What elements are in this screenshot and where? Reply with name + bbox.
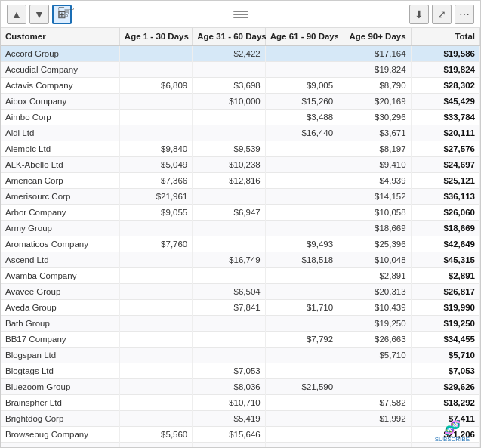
cell-value: $7,841 (193, 300, 265, 316)
cell-value (119, 221, 192, 236)
table-row: Actavis Company$6,809$3,698$9,005$8,790$… (1, 78, 480, 94)
cell-value: $33,784 (411, 110, 479, 125)
cell-value: $18,292 (411, 395, 479, 411)
cell-customer: Arbor Company (1, 205, 119, 221)
cell-value: $28,302 (411, 78, 479, 94)
cell-value: $10,000 (193, 94, 265, 110)
subscribe-badge[interactable]: 🧬 SUBSCRIBE (435, 419, 470, 443)
table-row: Aimbo Corp$3,488$30,296$33,784 (1, 110, 480, 125)
cell-value: $6,504 (193, 284, 265, 300)
cell-value: $10,710 (193, 395, 265, 411)
cell-value: $36,113 (411, 189, 479, 205)
cell-value (119, 348, 192, 363)
table-header: Customer Age 1 - 30 Days Age 31 - 60 Day… (1, 28, 480, 45)
cell-value (193, 189, 265, 205)
cell-value: $18,669 (338, 221, 411, 236)
table-wrapper[interactable]: Customer Age 1 - 30 Days Age 31 - 60 Day… (1, 28, 480, 447)
sort-down-button[interactable]: ▼ (29, 5, 49, 24)
cell-customer: Brightdog Corp (1, 411, 119, 427)
cell-customer: Ascend Ltd (1, 252, 119, 268)
cell-customer: Browsebine Corp (1, 443, 119, 448)
drag-handle[interactable] (233, 11, 248, 18)
table-row: ALK-Abello Ltd$5,049$10,238$9,410$24,697 (1, 157, 480, 173)
cell-value: $18,518 (265, 252, 338, 268)
cell-value: $19,990 (411, 300, 479, 316)
cell-customer: ALK-Abello Ltd (1, 157, 119, 173)
sort-up-button[interactable]: ▲ (7, 5, 26, 24)
cell-value (338, 379, 411, 395)
cell-value: $21,590 (265, 379, 338, 395)
table-row: American Corp$7,366$12,816$4,939$25,121 (1, 173, 480, 189)
cell-value: $29,626 (411, 379, 479, 395)
cell-value (193, 125, 265, 141)
cell-value (119, 316, 192, 332)
cell-customer: Avavee Group (1, 284, 119, 300)
cell-value: $19,250 (338, 316, 411, 332)
cell-value: $6,656 (193, 443, 265, 448)
cell-customer: Bath Group (1, 316, 119, 332)
header-row: Customer Age 1 - 30 Days Age 31 - 60 Day… (1, 28, 480, 45)
cell-value: $26,817 (411, 284, 479, 300)
cell-value (193, 110, 265, 125)
cell-value: $6,947 (193, 205, 265, 221)
cell-value: $10,048 (338, 252, 411, 268)
cell-value (265, 395, 338, 411)
cell-value: $5,710 (338, 348, 411, 363)
cell-customer: Aromaticos Company (1, 236, 119, 252)
cell-value: $19,824 (338, 62, 411, 78)
table-row: Accord Group$2,422$17,164$19,586 (1, 45, 480, 62)
cell-value (119, 45, 192, 62)
cell-customer: Aibox Company (1, 94, 119, 110)
cell-value: $19,586 (411, 45, 479, 62)
cell-value: $5,049 (119, 157, 192, 173)
cell-value: $21,961 (119, 189, 192, 205)
cell-value (193, 268, 265, 284)
cell-value (265, 284, 338, 300)
cell-value: $26,060 (411, 205, 479, 221)
cell-value: $3,488 (265, 110, 338, 125)
cell-value: $20,313 (338, 284, 411, 300)
cell-value: $5,710 (411, 348, 479, 363)
cell-value (119, 300, 192, 316)
cell-value (265, 221, 338, 236)
cell-value (265, 45, 338, 62)
cell-value (119, 363, 192, 379)
table-row: Browsebine Corp$6,656$10,188$16,844 (1, 443, 480, 448)
cell-customer: Aimbo Corp (1, 110, 119, 125)
cell-value: $7,366 (119, 173, 192, 189)
cell-value (119, 94, 192, 110)
expand-button[interactable]: ⤢ (432, 5, 452, 24)
cell-value: $15,260 (265, 94, 338, 110)
cell-value: $3,698 (193, 78, 265, 94)
col-header-age2: Age 31 - 60 Days (193, 28, 265, 45)
cell-value: $2,891 (338, 268, 411, 284)
aging-table: Customer Age 1 - 30 Days Age 31 - 60 Day… (1, 28, 480, 447)
cell-value: $16,440 (265, 125, 338, 141)
table-row: Browsebug Company$5,560$15,646$21,206 (1, 427, 480, 443)
ellipsis-button[interactable]: ⋯ (455, 5, 474, 24)
cell-value: $45,429 (411, 94, 479, 110)
cell-value (265, 141, 338, 157)
filter-button[interactable]: ⊞ ☞ (52, 5, 72, 24)
table-row: Ascend Ltd$16,749$18,518$10,048$45,315 (1, 252, 480, 268)
cell-value (265, 316, 338, 332)
cell-customer: Accudial Company (1, 62, 119, 78)
toolbar-left: ▲ ▼ ⊞ ☞ (7, 5, 72, 24)
toolbar-right: ⬇ ⤢ ⋯ (409, 5, 474, 24)
cell-value: $10,238 (193, 157, 265, 173)
cell-customer: Blogtags Ltd (1, 363, 119, 379)
download-button[interactable]: ⬇ (409, 5, 429, 24)
cell-value: $16,749 (193, 252, 265, 268)
cell-value (119, 252, 192, 268)
col-header-age3: Age 61 - 90 Days (265, 28, 338, 45)
cell-customer: Accord Group (1, 45, 119, 62)
cell-value: $2,422 (193, 45, 265, 62)
table-row: Blogspan Ltd$5,710$5,710 (1, 348, 480, 363)
filter-icon: ⊞ (57, 8, 66, 20)
cell-value: $7,582 (338, 395, 411, 411)
cell-value (265, 173, 338, 189)
cell-value (338, 363, 411, 379)
table-body: Accord Group$2,422$17,164$19,586Accudial… (1, 45, 480, 447)
cell-customer: American Corp (1, 173, 119, 189)
cell-customer: Aveda Group (1, 300, 119, 316)
